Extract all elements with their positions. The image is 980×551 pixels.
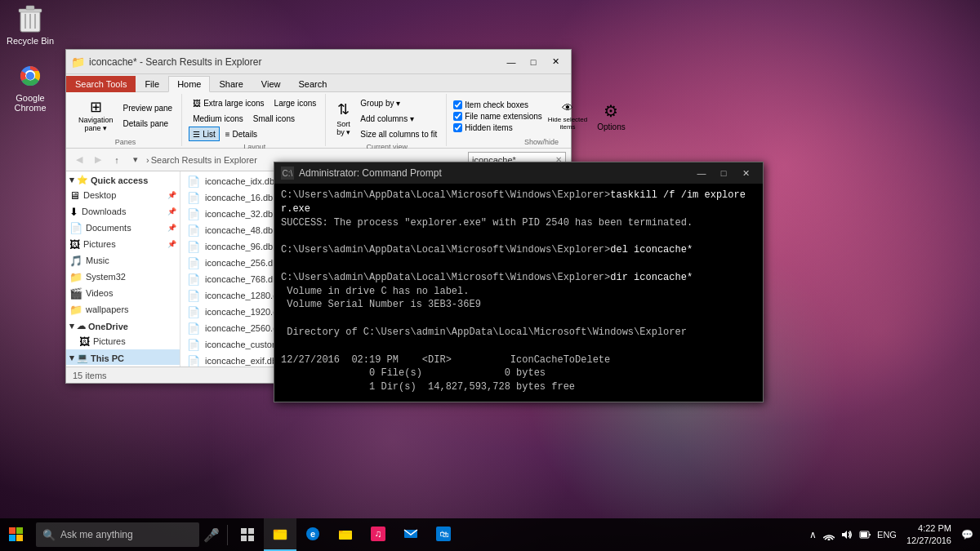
svg-text:♫: ♫ [375, 528, 382, 540]
taskbar-edge-app[interactable]: e [296, 518, 329, 551]
up-button[interactable]: ↑ [109, 152, 125, 168]
wallpapers-icon: 📁 [69, 304, 82, 316]
file-name: iconcache_1280.db [205, 291, 283, 300]
explorer-title: iconcache* - Search Results in Explorer [89, 56, 501, 68]
item-check-boxes-label: Item check boxes [465, 100, 528, 109]
svg-rect-9 [9, 527, 16, 534]
svg-point-8 [26, 72, 34, 80]
system-tray: ∧ [806, 518, 980, 551]
details-btn[interactable]: ≡ Details [221, 127, 261, 141]
clock-time: 4:22 PM [906, 522, 951, 535]
cmd-maximize-button[interactable]: □ [713, 165, 734, 181]
taskbar-search-bar[interactable]: 🔍 Ask me anything [36, 522, 199, 547]
options-label: Options [597, 122, 625, 131]
volume-tray-icon[interactable] [838, 518, 856, 551]
pane-toggles: Preview pane Details pane [119, 101, 177, 131]
quick-access-header[interactable]: ▾ ⭐ Quick access [66, 171, 180, 187]
taskbar-store-app[interactable]: 🛍 [427, 518, 460, 551]
file-extensions-checkbox[interactable] [453, 112, 462, 121]
nav-item-wallpapers[interactable]: 📁 wallpapers [66, 301, 180, 318]
extra-large-btn[interactable]: 🖼 Extra large icons [189, 96, 268, 110]
recycle-bin-icon[interactable]: Recycle Bin [6, 4, 55, 46]
layout-row3: ☰ List ≡ Details [189, 127, 320, 141]
group-by-btn[interactable]: Group by ▾ [356, 96, 441, 110]
this-pc-chevron: ▾ [69, 353, 74, 363]
tab-search[interactable]: Search [289, 76, 336, 92]
taskbar: 🔍 Ask me anything 🎤 [0, 518, 980, 551]
svg-rect-30 [869, 534, 871, 535]
tab-search-tools[interactable]: Search Tools [66, 76, 136, 92]
network-tray-icon[interactable] [820, 518, 838, 551]
large-icons-label: Large icons [274, 99, 317, 108]
start-button[interactable] [0, 518, 33, 551]
hidden-items-checkbox[interactable] [453, 123, 462, 132]
medium-icons-btn[interactable]: Medium icons [189, 111, 247, 126]
recent-locations-button[interactable]: ▾ [127, 152, 144, 168]
this-pc-header[interactable]: ▾ 💻 This PC [66, 349, 180, 365]
tab-share[interactable]: Share [210, 76, 252, 92]
nav-item-downloads[interactable]: ⬇ Downloads 📌 [66, 203, 180, 220]
cmd-icon: C:\ [281, 167, 294, 180]
file-icon: 📄 [187, 176, 200, 188]
maximize-button[interactable]: □ [523, 54, 544, 70]
notifications-button[interactable]: 💬 [958, 518, 977, 551]
current-view-content: ⇅ Sortby ▾ Group by ▾ Add columns ▾ S [332, 96, 441, 141]
onedrive-header[interactable]: ▾ ☁ OneDrive [66, 318, 180, 333]
nav-item-od-pictures[interactable]: 🖼 Pictures [66, 333, 180, 349]
taskbar-music-app[interactable]: ♫ [362, 518, 394, 551]
nav-item-desktop[interactable]: 🖥 Desktop 📌 [66, 187, 180, 203]
nav-item-videos[interactable]: 🎬 Videos [66, 285, 180, 301]
svg-rect-15 [241, 535, 247, 541]
task-view-button[interactable] [231, 518, 264, 551]
file-extensions-option[interactable]: File name extensions [453, 111, 542, 122]
options-btn[interactable]: ⚙ Options [593, 96, 629, 136]
minimize-button[interactable]: — [501, 54, 522, 70]
item-check-boxes-option[interactable]: Item check boxes [453, 100, 542, 110]
taskbar-mic-button[interactable]: 🎤 [199, 522, 224, 547]
nav-item-documents[interactable]: 📄 Documents 📌 [66, 220, 180, 236]
close-button[interactable]: ✕ [545, 54, 566, 70]
cmd-line-blank4 [281, 340, 756, 353]
taskbar-mail-app[interactable] [394, 518, 427, 551]
desktop-icon: 🖥 [69, 189, 80, 202]
options-icon: ⚙ [604, 101, 618, 121]
size-columns-btn[interactable]: Size all columns to fit [356, 127, 441, 141]
cmd-line-blank5 [281, 394, 756, 402]
cmd-close-button[interactable]: ✕ [735, 165, 756, 181]
tab-home[interactable]: Home [168, 76, 210, 92]
nav-pane-btn[interactable]: ⊞ Navigationpane ▾ [74, 96, 118, 136]
preview-pane-btn[interactable]: Preview pane [119, 101, 177, 116]
quick-access-label: Quick access [91, 176, 148, 185]
file-name: iconcache_16.db [205, 193, 273, 202]
chrome-icon[interactable]: Google Chrome [6, 61, 55, 113]
hidden-items-option[interactable]: Hidden items [453, 122, 542, 133]
taskbar-folder-app[interactable] [329, 518, 362, 551]
sort-by-btn[interactable]: ⇅ Sortby ▾ [332, 98, 354, 139]
add-columns-btn[interactable]: Add columns ▾ [356, 111, 441, 126]
item-check-boxes-checkbox[interactable] [453, 100, 462, 109]
ribbon-group-show-hide: Item check boxes File name extensions Hi… [448, 94, 634, 146]
tab-file[interactable]: File [136, 76, 168, 92]
layout-row1: 🖼 Extra large icons Large icons [189, 96, 320, 110]
breadcrumb-item[interactable]: Search Results in Explorer [151, 155, 257, 165]
nav-item-pictures[interactable]: 🖼 Pictures 📌 [66, 236, 180, 252]
details-pane-btn[interactable]: Details pane [119, 117, 177, 131]
language-tray-icon[interactable]: ENG [874, 518, 900, 551]
nav-item-music[interactable]: 🎵 Music [66, 252, 180, 269]
tab-view[interactable]: View [252, 76, 290, 92]
chrome-image [17, 61, 43, 91]
forward-button[interactable]: ▶ [90, 152, 106, 168]
cmd-minimize-button[interactable]: — [691, 165, 712, 181]
taskbar-explorer-app[interactable] [264, 518, 296, 551]
nav-item-system32[interactable]: 📁 System32 [66, 269, 180, 285]
back-button[interactable]: ◀ [71, 152, 87, 168]
clock[interactable]: 4:22 PM 12/27/2016 [900, 522, 958, 548]
small-icons-btn[interactable]: Small icons [249, 111, 299, 126]
list-btn[interactable]: ☰ List [189, 127, 220, 141]
recycle-bin-image [17, 4, 43, 33]
cmd-body[interactable]: C:\Users\admin\AppData\Local\Microsoft\W… [274, 184, 763, 402]
large-icons-btn[interactable]: Large icons [270, 96, 321, 110]
show-hidden-icons-button[interactable]: ∧ [806, 518, 820, 551]
battery-tray-icon[interactable] [856, 518, 874, 551]
hide-selected-btn[interactable]: 👁 Hide selecteditems [544, 101, 591, 131]
